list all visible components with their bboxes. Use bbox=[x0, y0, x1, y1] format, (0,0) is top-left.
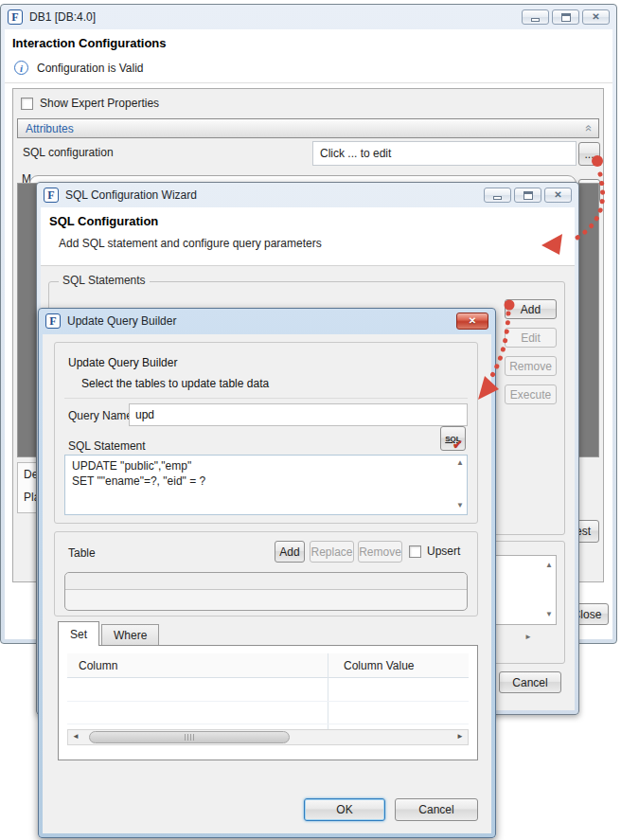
screen: F DB1 [DB:4.0] ✕ Interaction Configurati… bbox=[0, 0, 621, 840]
app-icon: F bbox=[44, 188, 59, 203]
upsert-checkbox[interactable] bbox=[409, 545, 421, 558]
set-tab-panel: Column Column Value ◄ ► bbox=[58, 645, 478, 760]
scroll-right-icon[interactable]: ► bbox=[524, 634, 532, 641]
close-icon: ✕ bbox=[469, 316, 476, 326]
add-statement-button[interactable]: Add bbox=[505, 299, 557, 319]
validate-sql-button[interactable]: SQL ✔ bbox=[440, 426, 466, 451]
horizontal-scrollbar[interactable]: ◄ ► bbox=[67, 729, 469, 745]
column-header: Column bbox=[79, 659, 117, 672]
tab-set[interactable]: Set bbox=[58, 621, 99, 646]
minimize-icon bbox=[493, 196, 502, 200]
sql-statements-label: SQL Statements bbox=[59, 274, 150, 287]
wizard-cancel-button[interactable]: Cancel bbox=[499, 671, 561, 693]
status-text: Configuration is Valid bbox=[37, 62, 144, 75]
minimize-button[interactable] bbox=[484, 188, 511, 203]
scroll-left-icon[interactable]: ◄ bbox=[72, 732, 80, 741]
column-value-header: Column Value bbox=[344, 659, 414, 672]
query-name-label: Query Name bbox=[68, 409, 133, 422]
builder-titlebar[interactable]: F Update Query Builder ✕ bbox=[39, 309, 495, 333]
show-expert-properties[interactable]: Show Expert Properties bbox=[21, 97, 159, 110]
app-icon: F bbox=[8, 9, 23, 25]
validation-status: i Configuration is Valid bbox=[14, 61, 144, 75]
scroll-down-icon[interactable]: ▼ bbox=[456, 502, 464, 509]
divider bbox=[64, 398, 468, 399]
tab-where-label: Where bbox=[114, 629, 147, 642]
table-replace-button[interactable]: Replace bbox=[310, 541, 354, 563]
tab-where[interactable]: Where bbox=[101, 624, 159, 646]
builder-subheading: Select the tables to update table data bbox=[81, 377, 269, 390]
close-button[interactable]: ✕ bbox=[582, 9, 610, 25]
tab-set-label: Set bbox=[70, 628, 87, 641]
page-title: Interaction Configurations bbox=[12, 36, 167, 50]
empty-row bbox=[67, 724, 469, 724]
scroll-down-icon[interactable]: ▼ bbox=[545, 611, 553, 618]
maximize-button[interactable] bbox=[514, 188, 541, 203]
query-definition-panel: Update Query Builder Select the tables t… bbox=[54, 342, 478, 524]
edit-sql-configuration-button[interactable]: ... bbox=[578, 142, 600, 166]
close-icon: ✕ bbox=[554, 190, 561, 200]
wizard-titlebar[interactable]: F SQL Configuration Wizard ✕ bbox=[37, 183, 578, 207]
column-table-header: Column Column Value bbox=[67, 653, 469, 678]
table-panel: Table Add Replace Remove Upsert bbox=[54, 531, 478, 617]
table-add-button[interactable]: Add bbox=[275, 541, 305, 563]
ok-button[interactable]: OK bbox=[304, 798, 385, 821]
builder-window-title: Update Query Builder bbox=[67, 314, 176, 328]
wizard-subheading: Add SQL statement and configure query pa… bbox=[59, 237, 322, 250]
minimize-button[interactable] bbox=[522, 9, 549, 25]
upsert-label: Upsert bbox=[427, 545, 460, 558]
collapse-chevron-icon[interactable]: » bbox=[580, 125, 594, 132]
builder-caption-buttons: ✕ bbox=[456, 313, 488, 330]
sql-configuration-label: SQL configuration bbox=[23, 146, 114, 159]
sql-statement-label: SQL Statement bbox=[68, 439, 146, 453]
wizard-header: SQL Configuration Add SQL statement and … bbox=[41, 207, 575, 266]
db1-titlebar[interactable]: F DB1 [DB:4.0] ✕ bbox=[1, 5, 616, 29]
maximize-icon bbox=[561, 13, 571, 22]
info-icon: i bbox=[14, 61, 28, 75]
builder-cancel-button[interactable]: Cancel bbox=[395, 798, 478, 821]
db1-caption-buttons: ✕ bbox=[522, 9, 610, 25]
builder-heading: Update Query Builder bbox=[68, 356, 177, 369]
wizard-heading: SQL Configuration bbox=[49, 214, 158, 228]
sql-statement-textarea[interactable]: UPDATE "public","emp" SET ""ename"=?, "e… bbox=[64, 455, 468, 515]
table-list-header bbox=[65, 573, 467, 590]
app-icon: F bbox=[45, 313, 61, 329]
checkbox-icon[interactable] bbox=[21, 98, 33, 110]
attributes-label: Attributes bbox=[26, 122, 74, 135]
close-button[interactable]: ✕ bbox=[544, 188, 572, 203]
scrollbar-thumb[interactable] bbox=[89, 731, 290, 743]
scroll-up-icon[interactable]: ▲ bbox=[456, 459, 464, 467]
execute-statement-button[interactable]: Execute bbox=[505, 384, 557, 404]
attributes-section-header[interactable]: Attributes » bbox=[17, 118, 599, 138]
divider bbox=[5, 82, 612, 83]
maximize-icon bbox=[523, 191, 533, 200]
maximize-button[interactable] bbox=[552, 9, 579, 25]
close-button[interactable]: ✕ bbox=[456, 313, 488, 330]
query-name-input[interactable] bbox=[129, 403, 468, 426]
close-icon: ✕ bbox=[592, 12, 599, 22]
scroll-up-icon[interactable]: ▲ bbox=[545, 562, 553, 569]
table-list[interactable] bbox=[64, 572, 468, 611]
show-expert-label: Show Expert Properties bbox=[40, 97, 159, 110]
scroll-right-icon[interactable]: ► bbox=[456, 732, 464, 741]
table-label: Table bbox=[68, 546, 96, 560]
empty-row bbox=[67, 701, 469, 702]
minimize-icon bbox=[531, 18, 540, 22]
edit-statement-button[interactable]: Edit bbox=[505, 328, 557, 348]
builder-body: Update Query Builder Select the tables t… bbox=[43, 334, 491, 833]
wizard-window-title: SQL Configuration Wizard bbox=[65, 188, 197, 202]
check-icon: ✔ bbox=[452, 438, 463, 452]
db1-window-title: DB1 [DB:4.0] bbox=[29, 10, 96, 24]
remove-statement-button[interactable]: Remove bbox=[505, 356, 557, 376]
wizard-caption-buttons: ✕ bbox=[484, 188, 572, 203]
table-remove-button[interactable]: Remove bbox=[358, 541, 402, 563]
column-divider bbox=[328, 653, 328, 729]
sql-configuration-value[interactable]: Click ... to edit bbox=[312, 141, 577, 166]
upsert-option[interactable]: Upsert bbox=[409, 545, 460, 558]
window-update-query-builder: F Update Query Builder ✕ Update Query Bu… bbox=[38, 308, 496, 838]
